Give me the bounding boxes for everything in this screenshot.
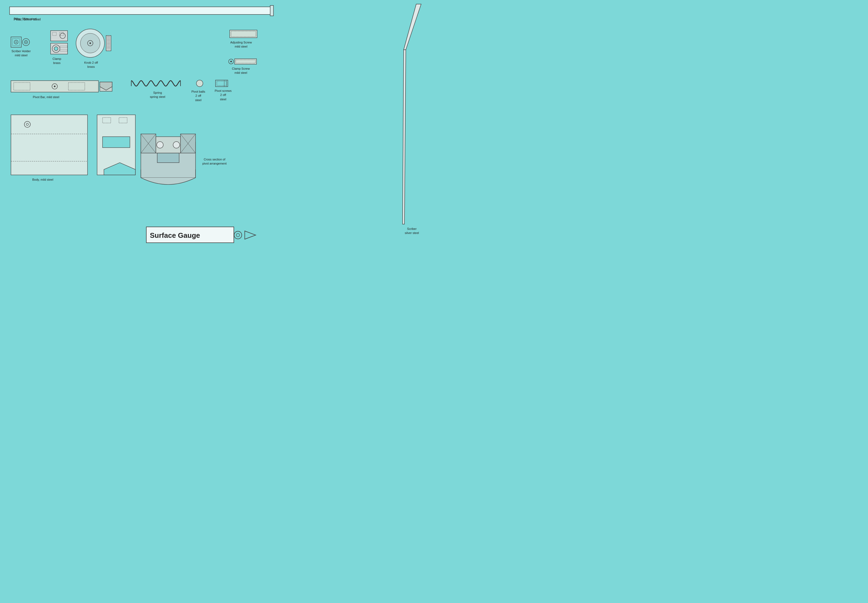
clamp-label: Clampbrass [53, 57, 61, 65]
svg-rect-74 [157, 153, 179, 162]
svg-rect-38 [235, 59, 257, 64]
svg-point-44 [54, 85, 56, 87]
spring-label: Springspring steel [150, 91, 165, 99]
svg-point-72 [157, 142, 163, 148]
svg-rect-1 [9, 7, 272, 14]
pillar-label: Pillar, Silver steel [14, 17, 37, 21]
scriber-holder-label: Scriber Holdermild steel [11, 49, 31, 58]
svg-point-6 [15, 42, 17, 43]
title-text: Surface Gauge [150, 230, 200, 240]
scriber-label: Scribersilver steel [405, 227, 419, 235]
clamp-screw-label: Clamp Screwmild steel [232, 67, 250, 75]
svg-rect-2 [270, 5, 274, 16]
body-label: Body, mild steel [32, 178, 53, 182]
adjusting-screw-label: Adjusting Screwmild steel [230, 40, 252, 49]
svg-rect-23 [106, 36, 111, 51]
pivot-balls-label: Pivot balls2 offsteel [192, 90, 205, 102]
svg-point-73 [173, 142, 179, 148]
pivot-screws-label: Pivot screws2 offsteel [215, 89, 232, 101]
svg-point-49 [196, 80, 203, 87]
svg-rect-62 [102, 137, 130, 148]
svg-point-16 [54, 47, 58, 51]
svg-rect-54 [11, 115, 88, 175]
pivot-bar-label: Pivot Bar, mild steel [33, 95, 59, 99]
svg-point-22 [90, 42, 91, 44]
cross-section-label: Cross section ofpivot arrangement [203, 158, 227, 166]
knob-label: Knob 2 offbrass [84, 61, 98, 69]
svg-rect-10 [51, 31, 68, 41]
svg-point-37 [230, 61, 232, 62]
svg-point-9 [25, 42, 26, 43]
